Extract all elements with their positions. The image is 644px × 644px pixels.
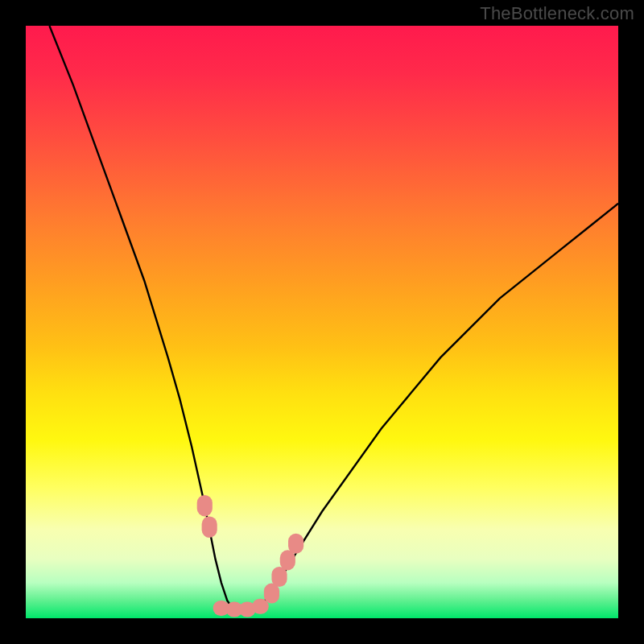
watermark-text: TheBottleneck.com [480,3,634,24]
bottleneck-chart-svg [26,26,618,618]
curve-bottleneck-curve [49,26,618,613]
right-marker-2 [271,567,287,587]
right-marker-4 [288,534,303,554]
chart-plot-area [26,26,618,618]
left-marker-1 [197,495,213,517]
right-marker-3 [280,550,295,570]
left-marker-2 [202,516,217,538]
